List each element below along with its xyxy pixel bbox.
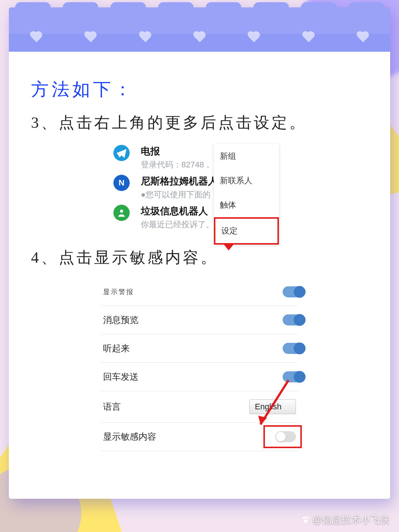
- screenshot-settings: 显示警报 消息预览 听起来 回车发送 语言 English 显示敏感内容: [102, 286, 297, 451]
- watermark-text: @信息技术小飞侠: [313, 514, 389, 525]
- spam-bot-avatar-icon: [113, 205, 130, 221]
- author-watermark: @信息技术小飞侠: [301, 513, 389, 527]
- toggle-on-icon[interactable]: [283, 343, 303, 354]
- bot-avatar-icon: N: [113, 175, 130, 191]
- chat-subtitle: 登录代码：82748 。: [141, 159, 214, 170]
- step-3-text: 3、点击右上角的更多后点击设定。: [31, 112, 368, 133]
- paw-icon: [301, 515, 310, 527]
- settings-label: 显示敏感内容: [103, 431, 156, 443]
- toggle-on-icon[interactable]: [283, 286, 303, 297]
- settings-label: 回车发送: [103, 371, 139, 383]
- menu-item-new-group[interactable]: 新组: [214, 144, 279, 168]
- settings-row: 听起来: [102, 334, 297, 362]
- svg-point-5: [306, 517, 308, 519]
- menu-item-contacts[interactable]: 触体: [214, 193, 279, 217]
- chat-title: 垃圾信息机器人: [141, 205, 214, 218]
- chat-subtitle: 你最近已经投诉了。: [141, 219, 214, 230]
- step-4-text: 4、点击显示敏感内容。: [31, 247, 368, 268]
- menu-item-settings-highlighted[interactable]: 设定: [214, 217, 279, 245]
- settings-row: 消息预览: [102, 306, 297, 334]
- notebook-tab-strip: [9, 7, 390, 52]
- svg-point-3: [303, 517, 304, 519]
- section-heading: 方法如下：: [31, 78, 368, 101]
- paper-content: 方法如下： 3、点击右上角的更多后点击设定。 电报 登录代码：82748 。 N…: [9, 52, 390, 499]
- settings-label: 语言: [103, 401, 121, 413]
- settings-label: 听起来: [103, 342, 130, 354]
- svg-point-4: [304, 516, 306, 518]
- telegram-avatar-icon: [113, 145, 130, 161]
- notebook-card: 方法如下： 3、点击右上角的更多后点击设定。 电报 登录代码：82748 。 N…: [9, 7, 390, 517]
- settings-row: 显示警报: [102, 286, 297, 306]
- svg-point-0: [120, 209, 123, 213]
- svg-point-6: [303, 519, 307, 523]
- menu-item-new-contact[interactable]: 新联系人: [214, 168, 279, 193]
- screenshot-menu: 电报 登录代码：82748 。 N 尼斯格拉姆机器人 ●您可以使用下面的 垃圾信…: [120, 143, 279, 232]
- settings-label: 显示警报: [103, 287, 134, 296]
- arrow-annotation-icon: [248, 379, 292, 434]
- chat-subtitle: ●您可以使用下面的: [141, 189, 218, 200]
- tab-cuts: [9, 2, 390, 21]
- chat-title: 电报: [141, 145, 214, 158]
- dropdown-menu: 新组 新联系人 触体 设定: [214, 144, 279, 245]
- chat-title: 尼斯格拉姆机器人: [141, 175, 218, 188]
- toggle-on-icon[interactable]: [283, 314, 303, 325]
- heart-decor-row: [9, 34, 390, 41]
- settings-label: 消息预览: [103, 314, 139, 326]
